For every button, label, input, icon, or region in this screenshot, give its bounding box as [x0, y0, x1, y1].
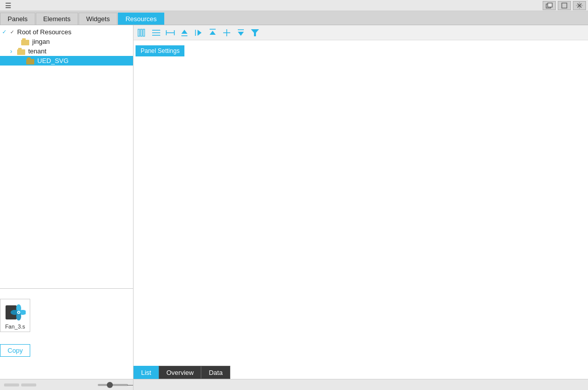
jingan-label: jingan — [32, 38, 50, 45]
root-label: Root of Resources — [17, 28, 72, 36]
filter-icon[interactable] — [249, 27, 260, 38]
toolbar-icon-up-top[interactable] — [179, 27, 190, 38]
panel-settings-button[interactable]: Panel Settings — [136, 45, 184, 56]
svg-marker-28 — [210, 31, 216, 35]
restore-button[interactable] — [543, 1, 556, 10]
svg-point-14 — [18, 312, 20, 313]
drag-card[interactable]: Fan_3.s — [0, 299, 30, 332]
tree-item-jingan[interactable]: jingan — [0, 37, 133, 46]
svg-marker-32 — [238, 32, 244, 36]
tab-bar: Panels Elements Widgets Resources — [0, 11, 588, 25]
right-toolbar — [134, 25, 588, 40]
svg-marker-24 — [181, 30, 187, 34]
svg-rect-15 — [138, 29, 140, 36]
toolbar-icon-align-left[interactable] — [165, 27, 176, 38]
tree-item-tenant[interactable]: › tenant — [0, 46, 133, 56]
right-bottom-tabs: List Overview Data — [134, 366, 230, 379]
tree-area: ✓ ✓ Root of Resources jingan › tenant UE… — [0, 25, 133, 288]
preview-area: Fan_3.s Copy — [0, 288, 133, 379]
tab-widgets[interactable]: Widgets — [79, 13, 117, 25]
svg-rect-1 — [548, 3, 552, 7]
tab-data[interactable]: Data — [201, 366, 230, 379]
tab-elements[interactable]: Elements — [36, 13, 78, 25]
tab-resources[interactable]: Resources — [118, 13, 164, 25]
tab-panels[interactable]: Panels — [0, 13, 35, 25]
ued-svg-label: UED_SVG — [37, 57, 69, 64]
toolbar-icon-right-align[interactable] — [193, 27, 204, 38]
toolbar-icon-down[interactable] — [235, 27, 246, 38]
left-panel: ✓ ✓ Root of Resources jingan › tenant UE… — [0, 25, 134, 390]
toolbar-icon-up-top2[interactable] — [207, 27, 218, 38]
copy-button[interactable]: Copy — [0, 344, 30, 357]
tab-overview[interactable]: Overview — [159, 366, 201, 379]
menu-bar: ☰ — [0, 0, 588, 11]
left-bottom-bar: ──── — [0, 379, 133, 390]
tree-item-ued-svg[interactable]: UED_SVG — [0, 56, 133, 66]
toolbar-icon-list[interactable] — [151, 27, 162, 38]
root-arrow: ✓ — [10, 29, 17, 35]
cross-icon[interactable] — [573, 1, 586, 10]
folder-icon-jingan — [21, 38, 30, 45]
zoom-slider[interactable]: ──── — [98, 384, 128, 386]
svg-marker-26 — [198, 30, 202, 36]
toolbar-icon-bars[interactable] — [137, 27, 148, 38]
maximize-button[interactable] — [558, 1, 571, 10]
main-layout: ✓ ✓ Root of Resources jingan › tenant UE… — [0, 25, 588, 390]
toolbar-icon-add[interactable] — [221, 27, 232, 38]
check-icon: ✓ — [2, 29, 9, 35]
svg-rect-2 — [562, 3, 567, 8]
tenant-arrow: › — [10, 47, 17, 55]
svg-rect-16 — [141, 29, 142, 36]
folder-icon-tenant — [17, 48, 26, 55]
tree-root[interactable]: ✓ ✓ Root of Resources — [0, 27, 133, 37]
drag-label: Fan_3.s — [5, 323, 25, 330]
window-controls — [543, 1, 586, 10]
tab-list[interactable]: List — [134, 366, 159, 379]
right-content-area — [134, 40, 588, 390]
fan-icon — [5, 301, 26, 322]
right-panel: Panel Settings List Overview Data — [134, 25, 588, 390]
svg-marker-34 — [251, 29, 259, 36]
right-bottom-bar — [134, 379, 588, 390]
folder-icon-ued-svg — [26, 57, 35, 64]
tenant-label: tenant — [28, 47, 46, 55]
hamburger-icon[interactable]: ☰ — [2, 2, 15, 10]
svg-rect-17 — [143, 29, 145, 36]
